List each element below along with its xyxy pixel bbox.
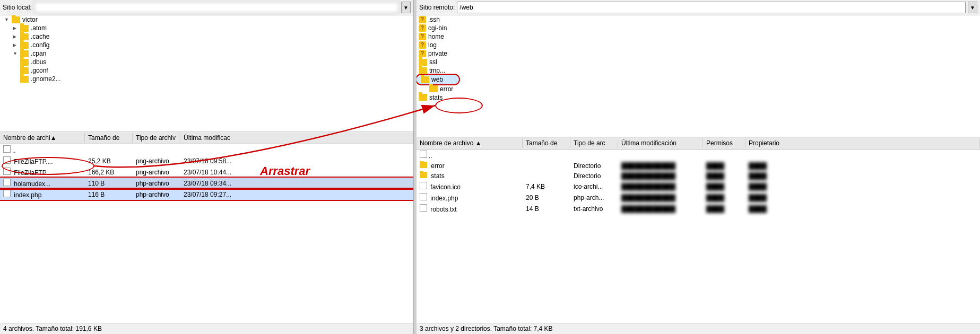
file-size: 166,2 KB bbox=[85, 168, 133, 177]
file-icon bbox=[420, 193, 427, 200]
file-date: 23/07/18 09:58... bbox=[180, 157, 413, 165]
table-row[interactable]: robots.txt 14 B txt-archivo ████████████… bbox=[417, 203, 980, 214]
tree-item-error[interactable]: error bbox=[417, 85, 980, 93]
file-type: php-archivo bbox=[133, 179, 180, 188]
tree-item-atom[interactable]: ▶ .atom bbox=[0, 24, 413, 32]
tree-item-cgi-bin[interactable]: ? cgi-bin bbox=[417, 24, 980, 32]
tree-label-cpan: .cpan bbox=[31, 50, 46, 57]
remote-header-perm[interactable]: Permisos bbox=[703, 138, 745, 148]
tree-arrow-victor: ▼ bbox=[4, 17, 12, 22]
remote-header-size[interactable]: Tamaño de bbox=[523, 138, 570, 148]
folder-icon-tmp bbox=[419, 67, 427, 74]
table-row[interactable]: FileZilaFTP.... 25,2 KB png-archivo 23/0… bbox=[0, 155, 413, 166]
file-perm: ████ bbox=[703, 172, 745, 180]
file-name: error bbox=[417, 161, 523, 170]
file-owner: ████ bbox=[745, 194, 980, 202]
remote-path-input[interactable] bbox=[457, 2, 966, 13]
tree-label-gconf: .gconf bbox=[31, 67, 48, 74]
tree-item-dbus[interactable]: .dbus bbox=[0, 58, 413, 66]
tree-label-dbus: .dbus bbox=[31, 58, 46, 66]
folder-icon bbox=[420, 172, 427, 178]
tree-label-tmp: tmp... bbox=[429, 67, 445, 74]
right-panel: Sitio remoto: ▼ ? .ssh ? cgi-bin ? home bbox=[417, 0, 980, 334]
tree-label-atom: .atom bbox=[31, 24, 47, 32]
tree-label-cache: .cache bbox=[31, 33, 49, 40]
left-panel: Sitio local: ▼ ▼ victor ▶ .atom bbox=[0, 0, 414, 334]
tree-item-cache[interactable]: ▶ .cache bbox=[0, 32, 413, 41]
file-perm: ████ bbox=[703, 194, 745, 202]
remote-path-dropdown[interactable]: ▼ bbox=[968, 2, 977, 13]
local-path-dropdown[interactable]: ▼ bbox=[401, 2, 411, 13]
tree-label-victor: victor bbox=[22, 16, 38, 23]
file-type: png-archivo bbox=[133, 157, 180, 165]
table-row[interactable]: error Directorio ████████████ ████ ████ bbox=[417, 161, 980, 171]
table-row[interactable]: holamudex... 110 B php-archivo 23/07/18 … bbox=[0, 178, 413, 189]
file-date: 23/07/18 09:27... bbox=[180, 190, 413, 199]
tree-item-ssl[interactable]: ssl bbox=[417, 58, 980, 66]
tree-item-stats[interactable]: stats bbox=[417, 93, 980, 102]
local-path-input[interactable] bbox=[34, 2, 399, 13]
file-date: ████████████ bbox=[618, 182, 703, 191]
tree-item-ssh[interactable]: ? .ssh bbox=[417, 15, 980, 24]
file-icon bbox=[3, 168, 11, 175]
file-icon bbox=[3, 156, 11, 164]
local-header-name[interactable]: Nombre de archi▲ bbox=[0, 133, 85, 143]
local-header-size[interactable]: Tamaño de bbox=[85, 133, 133, 143]
file-type: ico-archi... bbox=[570, 182, 618, 191]
tree-label-home: home bbox=[428, 33, 444, 40]
tree-label-ssl: ssl bbox=[429, 58, 437, 66]
tree-item-config[interactable]: ▶ .config bbox=[0, 41, 413, 49]
file-type: Directorio bbox=[570, 172, 618, 180]
tree-item-gconf[interactable]: .gconf bbox=[0, 66, 413, 75]
tree-item-gnome2[interactable]: .gnome2... bbox=[0, 75, 413, 83]
file-size: 20 B bbox=[523, 194, 570, 202]
tree-label-private: private bbox=[428, 50, 447, 57]
local-header-date[interactable]: Última modificac bbox=[180, 133, 413, 143]
table-row[interactable]: .. bbox=[417, 150, 980, 161]
remote-header-name[interactable]: Nombre de archivo ▲ bbox=[417, 138, 523, 148]
table-row[interactable]: FileZilaFTP.... 166,2 KB png-archivo 23/… bbox=[0, 166, 413, 178]
table-row[interactable]: stats Directorio ████████████ ████ ████ bbox=[417, 171, 980, 181]
tree-label-ssh: .ssh bbox=[428, 16, 440, 23]
tree-item-home[interactable]: ? home bbox=[417, 32, 980, 41]
file-size: 7,4 KB bbox=[523, 182, 570, 191]
file-size: 25,2 KB bbox=[85, 157, 133, 165]
table-row[interactable]: favicon.ico 7,4 KB ico-archi... ████████… bbox=[417, 181, 980, 192]
tree-arrow-config: ▶ bbox=[13, 42, 20, 48]
file-icon bbox=[3, 190, 11, 197]
file-type: php-arch... bbox=[570, 194, 618, 202]
file-size bbox=[85, 150, 133, 151]
local-header-type[interactable]: Tipo de archiv bbox=[133, 133, 180, 143]
tree-item-victor[interactable]: ▼ victor bbox=[0, 15, 413, 24]
folder-icon-web bbox=[421, 76, 429, 83]
tree-item-cpan[interactable]: ▼ .cpan bbox=[0, 49, 413, 58]
table-row[interactable]: .. bbox=[0, 144, 413, 155]
file-icon bbox=[3, 179, 11, 186]
question-icon-home: ? bbox=[419, 33, 426, 40]
remote-file-list-header: Nombre de archivo ▲ Tamaño de Tipo de ar… bbox=[417, 137, 980, 150]
folder-icon-stats bbox=[419, 94, 427, 101]
file-size bbox=[523, 165, 570, 166]
file-perm: ████ bbox=[703, 182, 745, 191]
tree-item-web[interactable]: web bbox=[417, 75, 459, 84]
file-type: png-archivo bbox=[133, 168, 180, 177]
remote-file-list-container: Nombre de archivo ▲ Tamaño de Tipo de ar… bbox=[417, 137, 980, 334]
table-row[interactable]: index.php 116 B php-archivo 23/07/18 09:… bbox=[0, 189, 413, 200]
tree-label-config: .config bbox=[31, 41, 49, 49]
remote-header-owner[interactable]: Propietario bbox=[745, 138, 980, 148]
file-date: ████████████ bbox=[618, 205, 703, 213]
remote-header-type[interactable]: Tipo de arc bbox=[570, 138, 618, 148]
table-row[interactable]: index.php 20 B php-arch... ████████████ … bbox=[417, 192, 980, 203]
file-date bbox=[618, 155, 703, 156]
tree-label-cgi-bin: cgi-bin bbox=[428, 24, 447, 32]
local-status-bar: 4 archivos. Tamaño total: 191,6 KB bbox=[0, 323, 413, 334]
remote-file-list-body: .. error Directorio █████████ bbox=[417, 150, 980, 323]
remote-header-date[interactable]: Última modificación bbox=[618, 138, 703, 148]
tree-item-private[interactable]: ? private bbox=[417, 49, 980, 58]
file-type bbox=[570, 155, 618, 156]
file-owner bbox=[745, 155, 980, 156]
tree-item-tmp[interactable]: tmp... bbox=[417, 66, 980, 75]
file-name: FileZilaFTP.... bbox=[0, 156, 85, 166]
file-date: ████████████ bbox=[618, 194, 703, 202]
tree-item-log[interactable]: ? log bbox=[417, 41, 980, 49]
